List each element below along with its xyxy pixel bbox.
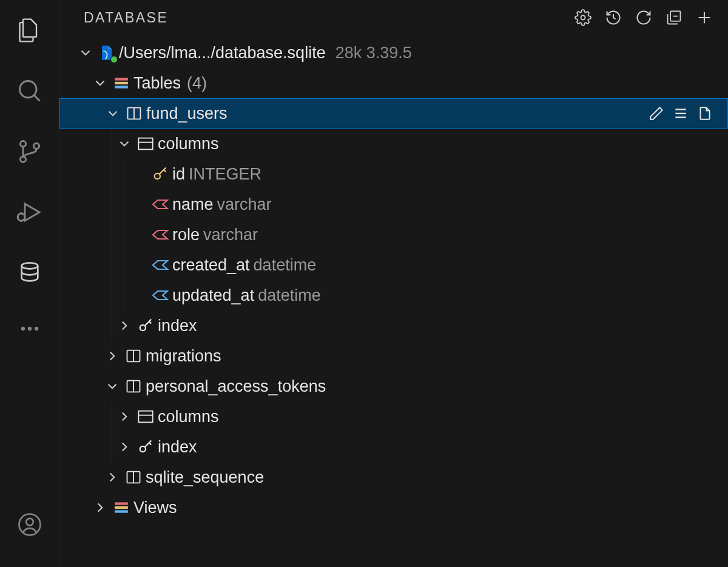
- svg-point-0: [19, 81, 36, 98]
- header-actions: [574, 8, 713, 27]
- index-group-row[interactable]: index: [59, 310, 728, 341]
- columns-icon: [133, 136, 158, 151]
- history-icon: [605, 9, 622, 26]
- table-icon: [121, 469, 146, 486]
- connection-row[interactable]: /Users/lma.../database.sqlite 28k 3.39.5: [59, 38, 728, 68]
- settings-button[interactable]: [574, 8, 592, 27]
- column-row-updated-at[interactable]: updated_at datetime: [59, 280, 728, 310]
- table-row-actions: [649, 106, 727, 121]
- column-row-created-at[interactable]: created_at datetime: [59, 250, 728, 280]
- panel-header: DATABASE: [59, 0, 728, 35]
- svg-point-32: [140, 325, 146, 330]
- tables-count: (4): [187, 74, 207, 93]
- column-type: INTEGER: [189, 165, 261, 184]
- new-query-button[interactable]: [697, 106, 713, 121]
- activity-debug[interactable]: [12, 194, 48, 230]
- connection-size: 28k: [335, 44, 362, 62]
- chevron-right-icon: [115, 409, 133, 424]
- activity-more[interactable]: [12, 310, 48, 347]
- debug-icon: [15, 198, 44, 227]
- svg-point-13: [34, 327, 38, 330]
- search-icon: [16, 78, 43, 104]
- column-name: name: [172, 195, 214, 214]
- columns-icon: [133, 409, 158, 424]
- activity-database[interactable]: [12, 255, 48, 291]
- column-type: varchar: [203, 226, 258, 244]
- column-name: id: [172, 165, 185, 184]
- table-name: fund_users: [146, 104, 228, 123]
- chevron-right-icon: [91, 500, 109, 515]
- column-row-name[interactable]: name varchar: [59, 189, 728, 220]
- column-type: varchar: [217, 195, 272, 214]
- column-field-icon: [148, 228, 172, 241]
- svg-rect-42: [115, 502, 128, 505]
- chevron-right-icon: [115, 439, 133, 455]
- columns-group-row[interactable]: columns: [59, 401, 728, 432]
- svg-rect-37: [138, 411, 152, 423]
- svg-point-10: [21, 263, 38, 269]
- svg-rect-43: [115, 506, 128, 509]
- column-field-icon: [148, 289, 172, 302]
- tables-group-row[interactable]: Tables (4): [59, 68, 728, 98]
- column-type: datetime: [258, 286, 321, 305]
- column-row-role[interactable]: role varchar: [59, 220, 728, 250]
- edit-table-button[interactable]: [649, 106, 664, 121]
- svg-point-11: [21, 327, 24, 330]
- activity-search[interactable]: [12, 73, 48, 109]
- column-field-icon: [148, 258, 172, 272]
- ellipsis-icon: [18, 317, 41, 340]
- chevron-down-icon: [76, 45, 95, 61]
- connection-meta: 28k 3.39.5: [335, 44, 412, 62]
- chevron-right-icon: [103, 348, 121, 364]
- columns-label: columns: [158, 135, 219, 153]
- refresh-icon: [635, 9, 652, 26]
- table-icon: [122, 105, 146, 122]
- table-name: sqlite_sequence: [146, 468, 264, 487]
- svg-point-15: [26, 518, 33, 526]
- views-group-row[interactable]: Views: [59, 492, 728, 523]
- views-group-icon: [109, 500, 133, 515]
- database-panel: DATABASE: [59, 0, 728, 567]
- column-name: updated_at: [172, 286, 254, 305]
- tables-group-label: Tables: [133, 74, 181, 93]
- svg-point-14: [19, 514, 40, 535]
- index-group-row[interactable]: index: [59, 432, 728, 462]
- table-row-sqlite-sequence[interactable]: sqlite_sequence: [59, 462, 728, 492]
- index-label: index: [158, 317, 197, 335]
- svg-point-31: [155, 173, 160, 179]
- columns-group-row[interactable]: columns: [59, 129, 728, 159]
- table-name: migrations: [146, 347, 221, 366]
- tables-group-icon: [109, 76, 133, 90]
- chevron-down-icon: [91, 75, 109, 91]
- list-icon: [673, 106, 689, 121]
- table-name: personal_access_tokens: [146, 377, 326, 396]
- svg-point-12: [27, 327, 31, 330]
- history-button[interactable]: [604, 8, 622, 27]
- svg-rect-44: [115, 510, 128, 512]
- connection-path: /Users/lma.../database.sqlite: [119, 44, 326, 62]
- branch-icon: [16, 138, 43, 165]
- svg-rect-22: [115, 82, 128, 84]
- table-data-button[interactable]: [673, 106, 689, 121]
- svg-point-16: [581, 16, 585, 20]
- collapse-all-button[interactable]: [665, 8, 683, 27]
- column-name: created_at: [172, 256, 250, 275]
- table-row-migrations[interactable]: migrations: [59, 341, 728, 371]
- activity-source-control[interactable]: [12, 133, 48, 170]
- columns-label: columns: [158, 408, 219, 426]
- table-icon: [121, 347, 146, 364]
- activity-bar: [0, 0, 59, 567]
- gear-icon: [575, 9, 592, 26]
- chevron-down-icon: [103, 378, 121, 394]
- table-row-fund-users[interactable]: fund_users: [59, 98, 728, 129]
- panel-title: DATABASE: [84, 10, 574, 26]
- column-field-icon: [148, 198, 172, 211]
- svg-rect-21: [115, 78, 128, 80]
- table-row-personal-access-tokens[interactable]: personal_access_tokens: [59, 371, 728, 401]
- database-tree: /Users/lma.../database.sqlite 28k 3.39.5…: [59, 35, 728, 523]
- refresh-button[interactable]: [635, 8, 653, 27]
- activity-explorer[interactable]: [12, 12, 48, 49]
- add-connection-button[interactable]: [695, 8, 713, 27]
- column-row-id[interactable]: id INTEGER: [59, 159, 728, 189]
- activity-account[interactable]: [12, 506, 48, 543]
